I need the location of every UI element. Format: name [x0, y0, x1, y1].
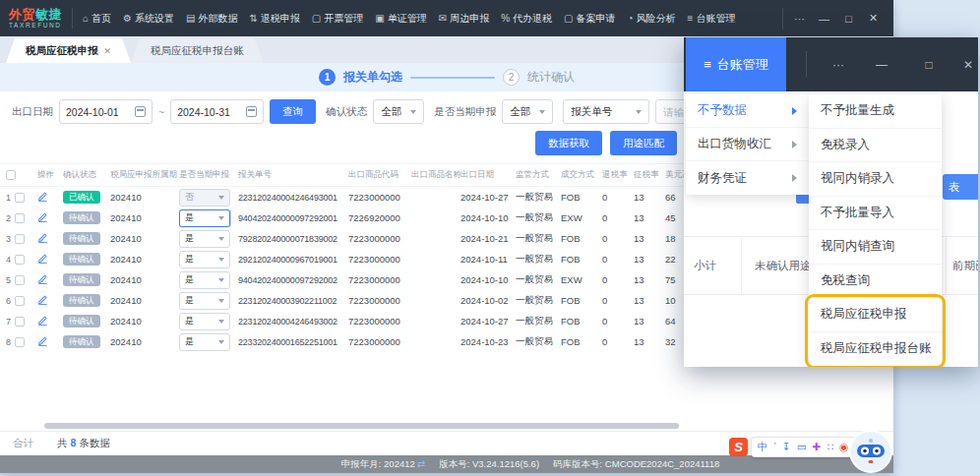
ledger-icon: ≡ [688, 13, 694, 24]
tab-tax-bureau-declare[interactable]: 税局应征税申报✕ [6, 38, 131, 63]
tax-rate-cell: 13 [634, 295, 665, 306]
status-cell: 待确认 [63, 253, 110, 267]
nav-item-tax-refund-declare[interactable]: ⇅退税申报 [243, 0, 305, 36]
tab-close-icon[interactable]: ✕ [104, 46, 112, 56]
doc-type-select[interactable]: 报关单号 [563, 99, 649, 124]
calendar-icon[interactable] [135, 106, 146, 117]
row-checkbox[interactable] [15, 234, 25, 244]
confirm-status-select[interactable]: 全部 [373, 99, 424, 124]
maximize-button[interactable]: □ [836, 13, 861, 25]
menu-item-1[interactable]: 出口货物收汇 [686, 128, 809, 161]
chevron-down-icon [218, 299, 224, 303]
nav-item-label: 首页 [92, 12, 111, 26]
row-checkbox[interactable] [15, 255, 25, 265]
row-number: 4 [6, 255, 11, 265]
ime-punctuation-icon[interactable]: ’ [774, 442, 776, 452]
ledger-close-button[interactable]: ✕ [957, 37, 979, 91]
step-1-label: 报关单勾选 [343, 69, 402, 86]
current-period-row-select[interactable]: 是 [179, 271, 230, 289]
select-all-checkbox[interactable] [6, 170, 16, 180]
row-checkbox[interactable] [15, 296, 25, 306]
ledger-more-button[interactable]: ··· [827, 37, 849, 91]
nav-item-filing-apply[interactable]: ▢备案申请 [558, 0, 621, 36]
submenu-item-3[interactable]: 不予批量导入 [809, 197, 942, 231]
goods-code-cell: 7223000000 [348, 233, 411, 244]
submenu-item-2[interactable]: 视同内销录入 [809, 162, 942, 197]
ime-keyboard-icon[interactable]: ▭ [797, 442, 807, 452]
scrollbar-thumb[interactable] [44, 423, 679, 429]
partial-report-button[interactable]: 表 [943, 174, 978, 200]
row-number: 1 [6, 193, 11, 203]
search-button[interactable]: 查询 [270, 99, 316, 124]
submenu-item-6[interactable]: 税局应征税申报 [809, 298, 942, 332]
declaration-no-cell: 223120240004246493001 [238, 193, 348, 203]
submenu-item-0[interactable]: 不予批量生成 [809, 94, 942, 129]
nav-item-ledger-mgmt[interactable]: ≡台账管理 [682, 0, 742, 36]
current-period-row-select[interactable]: 是 [179, 209, 230, 227]
current-period-row-select[interactable]: 是 [179, 251, 230, 268]
swap-icon[interactable]: ⇄ [417, 458, 425, 469]
ledger-nav-button[interactable]: ≡ 台账管理 [686, 37, 786, 91]
current-period-select[interactable]: 全部 [502, 99, 553, 124]
current-period-row-select[interactable]: 否 [179, 189, 230, 207]
current-period-row-select[interactable]: 是 [179, 230, 230, 248]
goods-code-cell: 7223000000 [348, 295, 411, 306]
nav-item-invoice-mgmt[interactable]: ▢开票管理 [306, 0, 369, 36]
close-button[interactable]: ✕ [861, 12, 886, 25]
status-bar-text: 申报年月: 202412⇄ 版本号: V3.24.1216(5.6) 码库版本号… [341, 458, 719, 471]
edit-pencil-icon[interactable] [37, 193, 48, 204]
ime-mic-icon[interactable]: ↧ [782, 442, 791, 452]
nav-item-agency-refund[interactable]: %代办退税 [495, 0, 558, 36]
assistant-robot-icon[interactable] [849, 430, 892, 473]
ime-emoji-icon[interactable]: ◉ [839, 442, 848, 452]
minimize-button[interactable]: — [812, 13, 836, 25]
row-checkbox[interactable] [15, 337, 25, 347]
edit-pencil-icon[interactable] [37, 275, 48, 286]
top-navbar: 外贸敏捷 TAXREFUND ⌂首页⚙系统设置▤外部数据⇅退税申报▢开票管理▣单… [0, 0, 893, 36]
row-checkbox[interactable] [15, 193, 25, 203]
current-period-row-select[interactable]: 是 [179, 292, 230, 310]
menu-item-2[interactable]: 财务凭证 [686, 161, 809, 195]
submenu-item-7[interactable]: 税局应征税申报台账 [809, 332, 942, 367]
calendar-icon[interactable] [246, 106, 257, 117]
nav-item-system-settings[interactable]: ⚙系统设置 [117, 0, 180, 36]
fetch-data-button[interactable]: 数据获取 [535, 131, 602, 155]
submenu-item-5[interactable]: 免税查询 [809, 265, 942, 299]
nav-item-home[interactable]: ⌂首页 [77, 0, 117, 36]
current-period-row-select[interactable]: 是 [179, 333, 230, 351]
sogou-logo-icon[interactable]: S [729, 438, 748, 456]
logo-part-1: 外贸 [9, 7, 35, 22]
tab-tax-bureau-ledger[interactable]: 税局应征税申报台账 [131, 38, 264, 63]
confirm-status-label: 确认状态 [326, 105, 367, 119]
ime-grid-icon[interactable]: ∷ [827, 442, 833, 452]
usage-match-button[interactable]: 用途匹配 [610, 131, 677, 155]
current-period-row-select[interactable]: 是 [179, 313, 230, 330]
refund-rate-cell: 0 [602, 212, 634, 223]
nav-item-external-data[interactable]: ▤外部数据 [180, 0, 243, 36]
edit-pencil-icon[interactable] [37, 213, 48, 224]
submenu-item-4[interactable]: 视同内销查询 [809, 230, 942, 265]
date-from-input[interactable]: 2024-10-01 [59, 99, 153, 124]
ime-toolbox-icon[interactable]: ✚ [813, 442, 822, 452]
ledger-maximize-button[interactable]: □ [918, 37, 940, 91]
nav-item-risk-analysis[interactable]: ◔风险分析 [622, 0, 682, 36]
edit-pencil-icon[interactable] [37, 234, 48, 245]
row-checkbox[interactable] [15, 213, 25, 223]
submenu-item-1[interactable]: 免税录入 [809, 129, 942, 163]
more-menu-button[interactable]: ··· [787, 13, 812, 25]
edit-pencil-icon[interactable] [37, 296, 48, 307]
status-badge: 待确认 [63, 335, 100, 349]
nav-item-document-mgmt[interactable]: ▣单证管理 [369, 0, 432, 36]
prior-period-label: 前期已 [952, 259, 978, 273]
edit-pencil-icon[interactable] [37, 255, 48, 266]
edit-pencil-icon[interactable] [37, 317, 48, 327]
chevron-right-icon [792, 141, 797, 149]
date-to-input[interactable]: 2024-10-31 [170, 99, 264, 124]
row-checkbox[interactable] [15, 317, 25, 327]
edit-pencil-icon[interactable] [37, 337, 48, 348]
ime-lang-icon[interactable]: 中 [758, 442, 768, 452]
row-checkbox[interactable] [15, 275, 25, 285]
ledger-minimize-button[interactable]: — [871, 37, 892, 91]
nav-item-peripheral-declare[interactable]: ✉周边申报 [433, 0, 495, 36]
menu-item-0[interactable]: 不予数据 [686, 94, 809, 128]
